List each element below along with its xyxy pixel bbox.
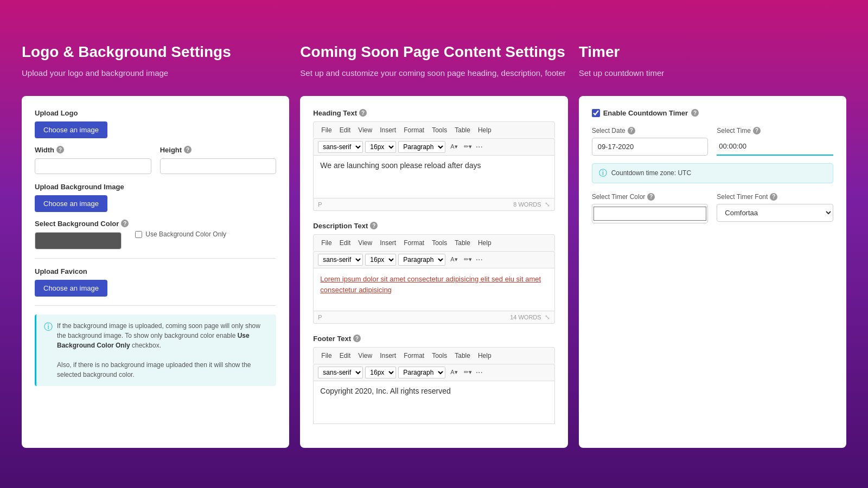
heading-toolbar-insert[interactable]: Insert — [376, 124, 399, 136]
height-help-icon[interactable]: ? — [184, 146, 192, 153]
enable-timer-label: Enable Countdown Timer — [603, 109, 688, 117]
footer-toolbar-file[interactable]: File — [318, 350, 335, 362]
footer-toolbar-format[interactable]: Format — [400, 350, 427, 362]
desc-resize-handle[interactable]: ⤡ — [545, 313, 550, 321]
desc-toolbar-view[interactable]: View — [355, 237, 375, 249]
heading-font-color-group: A▾ ✏▾ — [448, 142, 474, 152]
desc-editor-body[interactable]: Lorem ipsum dolor sit amet consectetur a… — [313, 268, 554, 311]
choose-bg-button[interactable]: Choose an image — [35, 195, 107, 212]
heading-font-select[interactable]: sans-serif — [318, 141, 363, 153]
heading-font-color-icon[interactable]: A▾ — [448, 142, 460, 152]
enable-timer-help-icon[interactable]: ? — [691, 109, 699, 117]
desc-toolbar-format[interactable]: Format — [400, 237, 427, 249]
heading-more-icon[interactable]: ··· — [476, 142, 483, 152]
desc-format-toolbar: sans-serif 16px Paragraph A▾ ✏▾ ··· — [313, 251, 554, 268]
heading-resize-handle[interactable]: ⤡ — [545, 201, 550, 208]
footer-editor-body[interactable]: Copyright 2020, Inc. All rights reserved — [313, 381, 554, 424]
desc-toolbar: File Edit View Insert Format Tools Table… — [313, 234, 554, 251]
desc-toolbar-tools[interactable]: Tools — [429, 237, 450, 249]
height-field-group: Height ? — [160, 146, 277, 174]
footer-toolbar-view[interactable]: View — [355, 350, 375, 362]
choose-logo-button[interactable]: Choose an image — [35, 121, 107, 138]
date-help-icon[interactable]: ? — [628, 127, 635, 134]
timer-settings-row: Select Timer Color ? Select Timer Font ?… — [592, 193, 833, 223]
desc-toolbar-edit[interactable]: Edit — [336, 237, 354, 249]
desc-more-icon[interactable]: ··· — [476, 255, 483, 265]
timezone-box: ⓘ Countdown time zone: UTC — [592, 163, 833, 183]
timer-font-select[interactable]: Comfortaa Arial Helvetica Georgia Times … — [717, 204, 833, 222]
desc-size-select[interactable]: 16px — [365, 254, 396, 266]
desc-font-color-group: A▾ ✏▾ — [448, 254, 474, 265]
height-input[interactable] — [160, 158, 277, 174]
desc-help-icon[interactable]: ? — [370, 222, 378, 229]
width-help-icon[interactable]: ? — [56, 146, 64, 153]
footer-highlight-icon[interactable]: ✏▾ — [461, 367, 475, 377]
bg-color-help-icon[interactable]: ? — [121, 220, 129, 227]
desc-content: Lorem ipsum dolor sit amet consectetur a… — [320, 275, 541, 294]
heading-toolbar: File Edit View Insert Format Tools Table… — [313, 121, 554, 138]
content-title: Coming Soon Page Content Settings — [300, 43, 567, 61]
time-input[interactable] — [717, 138, 833, 156]
timer-color-input[interactable] — [592, 204, 709, 223]
heading-size-select[interactable]: 16px — [365, 141, 396, 153]
width-label: Width ? — [35, 146, 151, 154]
bg-color-label: Select Background Color ? — [35, 220, 129, 228]
bg-color-swatch[interactable] — [35, 232, 122, 249]
footer-format-toolbar: sans-serif 16px Paragraph A▾ ✏▾ ··· — [313, 364, 554, 381]
heading-toolbar-tools[interactable]: Tools — [429, 124, 450, 136]
use-bg-only-checkbox-label[interactable]: Use Background Color Only — [135, 230, 226, 238]
enable-timer-checkbox[interactable] — [592, 109, 600, 117]
description-editor-section: Description Text ? File Edit View Insert… — [313, 222, 554, 324]
footer-content: Copyright 2020, Inc. All rights reserved — [320, 387, 450, 395]
desc-paragraph-select[interactable]: Paragraph — [398, 254, 445, 266]
choose-favicon-button[interactable]: Choose an image — [35, 280, 107, 297]
desc-toolbar-table[interactable]: Table — [451, 237, 474, 249]
heading-help-icon[interactable]: ? — [359, 109, 367, 117]
footer-text-label: Footer Text ? — [313, 335, 554, 343]
desc-font-select[interactable]: sans-serif — [318, 254, 363, 266]
heading-toolbar-file[interactable]: File — [318, 124, 335, 136]
heading-toolbar-format[interactable]: Format — [400, 124, 427, 136]
footer-toolbar-insert[interactable]: Insert — [376, 350, 399, 362]
width-input[interactable] — [35, 158, 151, 174]
footer-font-color-icon[interactable]: A▾ — [448, 367, 460, 377]
footer-toolbar-tools[interactable]: Tools — [429, 350, 450, 362]
heading-text-label: Heading Text ? — [313, 109, 554, 117]
select-date-label: Select Date ? — [592, 127, 709, 134]
desc-highlight-icon[interactable]: ✏▾ — [461, 254, 475, 265]
footer-more-icon[interactable]: ··· — [476, 368, 483, 377]
heading-toolbar-view[interactable]: View — [355, 124, 375, 136]
timer-font-help-icon[interactable]: ? — [770, 193, 777, 201]
content-subtitle: Set up and customize your coming soon pa… — [300, 67, 567, 80]
content-header: Coming Soon Page Content Settings Set up… — [300, 43, 567, 80]
upload-favicon-label: Upload Favicon — [35, 267, 276, 275]
footer-toolbar-help[interactable]: Help — [475, 350, 495, 362]
timezone-icon: ⓘ — [599, 168, 607, 178]
upload-bg-label: Upload Background Image — [35, 183, 276, 191]
desc-toolbar-help[interactable]: Help — [475, 237, 495, 249]
footer-toolbar-edit[interactable]: Edit — [336, 350, 354, 362]
date-input[interactable] — [592, 138, 709, 156]
desc-toolbar-file[interactable]: File — [318, 237, 335, 249]
timer-color-label: Select Timer Color ? — [592, 193, 709, 201]
time-help-icon[interactable]: ? — [753, 127, 761, 134]
upload-logo-label: Upload Logo — [35, 109, 276, 117]
timer-color-help-icon[interactable]: ? — [647, 193, 655, 201]
footer-paragraph-select[interactable]: Paragraph — [398, 367, 445, 378]
heading-paragraph-select[interactable]: Paragraph — [398, 141, 445, 153]
use-bg-only-checkbox[interactable] — [135, 231, 142, 238]
info-box: ⓘ If the background image is uploaded, c… — [35, 314, 276, 386]
footer-help-icon[interactable]: ? — [353, 335, 361, 342]
width-field-group: Width ? — [35, 146, 151, 174]
heading-toolbar-table[interactable]: Table — [451, 124, 474, 136]
footer-size-select[interactable]: 16px — [365, 367, 396, 378]
heading-editor-body[interactable]: We are launching soon please reload afte… — [313, 155, 554, 198]
heading-highlight-icon[interactable]: ✏▾ — [461, 142, 475, 152]
footer-font-select[interactable]: sans-serif — [318, 367, 363, 378]
desc-toolbar-insert[interactable]: Insert — [376, 237, 399, 249]
heading-toolbar-edit[interactable]: Edit — [336, 124, 354, 136]
desc-font-color-icon[interactable]: A▾ — [448, 254, 460, 265]
heading-toolbar-help[interactable]: Help — [475, 124, 495, 136]
footer-toolbar-table[interactable]: Table — [451, 350, 474, 362]
footer-font-color-group: A▾ ✏▾ — [448, 367, 474, 377]
